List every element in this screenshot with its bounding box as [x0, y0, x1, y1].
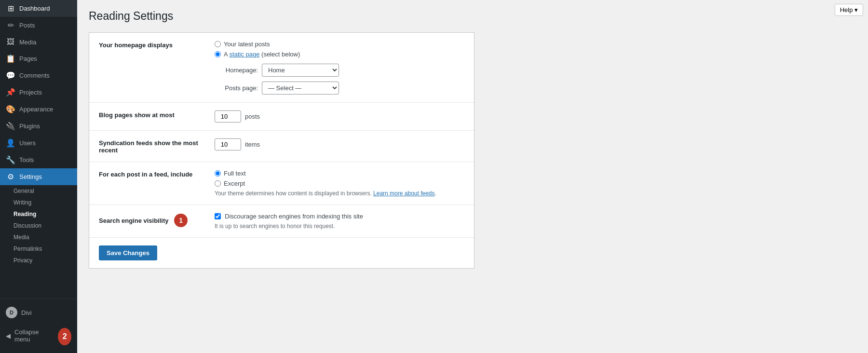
collapse-menu-button[interactable]: ◀ Collapse menu 2 [0, 322, 77, 349]
sidebar-label-appearance: Appearance [19, 106, 53, 113]
sidebar-item-comments[interactable]: 💬 Comments [0, 67, 77, 84]
blog-pages-suffix: posts [245, 113, 260, 120]
radio-fulltext-input[interactable] [215, 170, 221, 176]
help-button[interactable]: Help ▾ [835, 4, 863, 16]
annotation-circle-1: 1 [174, 214, 188, 227]
feed-link[interactable]: Learn more about feeds [373, 190, 434, 197]
sidebar-item-dashboard[interactable]: ⊞ Dashboard [0, 0, 77, 17]
sidebar-item-settings[interactable]: ⚙ Settings [0, 168, 77, 185]
radio-latest-label: Your latest posts [224, 41, 270, 48]
submenu-permalinks[interactable]: Permalinks [0, 243, 77, 255]
sidebar-item-divi[interactable]: D Divi [0, 303, 77, 322]
radio-latest-input[interactable] [215, 41, 221, 47]
submenu-writing[interactable]: Writing [0, 197, 77, 208]
blog-pages-number-row: posts [215, 110, 464, 122]
sidebar-label-tools: Tools [19, 156, 34, 163]
submenu-privacy[interactable]: Privacy [0, 255, 77, 266]
divi-label: Divi [21, 309, 32, 316]
comments-icon: 💬 [6, 71, 15, 80]
blog-pages-input[interactable] [215, 110, 241, 122]
save-row: Save Changes [89, 238, 474, 268]
tools-icon: 🔧 [6, 155, 15, 164]
sidebar-item-projects[interactable]: 📌 Projects [0, 84, 77, 101]
static-page-options: Homepage: Home Posts page: — Select — [215, 64, 464, 95]
homepage-select-row: Homepage: Home [215, 64, 464, 77]
annotation-circle-2: 2 [58, 328, 71, 345]
search-checkbox-label[interactable]: Discourage search engines from indexing … [225, 213, 363, 220]
search-visibility-checkbox[interactable] [215, 213, 221, 219]
radio-fulltext[interactable]: Full text [215, 170, 464, 177]
feed-description: Your theme determines how content is dis… [215, 190, 464, 197]
pages-icon: 📋 [6, 54, 15, 63]
static-page-link[interactable]: static page [230, 51, 260, 58]
sidebar-label-plugins: Plugins [19, 122, 40, 130]
search-visibility-row: Search engine visibility 1 Discourage se… [89, 205, 474, 238]
radio-static-input[interactable] [215, 51, 221, 57]
sidebar-label-dashboard: Dashboard [19, 5, 50, 12]
blog-pages-row: Blog pages show at most posts [89, 103, 474, 131]
main-content: Reading Settings Your homepage displays … [77, 0, 868, 353]
sidebar-item-users[interactable]: 👤 Users [0, 135, 77, 151]
radio-fulltext-label: Full text [224, 170, 246, 177]
sidebar-label-projects: Projects [19, 89, 42, 96]
posts-page-field-label: Posts page: [215, 84, 258, 92]
sidebar-label-users: Users [19, 139, 36, 147]
radio-latest-posts[interactable]: Your latest posts [215, 41, 464, 48]
blog-pages-field: posts [215, 110, 464, 122]
homepage-display-label: Your homepage displays [99, 41, 205, 49]
syndication-number-row: items [215, 138, 464, 150]
sidebar-item-tools[interactable]: 🔧 Tools [0, 151, 77, 168]
homepage-display-row: Your homepage displays Your latest posts… [89, 33, 474, 103]
radio-static-label: A static page (select below) [224, 51, 300, 58]
settings-icon: ⚙ [6, 172, 15, 181]
radio-excerpt-input[interactable] [215, 180, 221, 187]
posts-page-select[interactable]: — Select — [262, 81, 339, 95]
homepage-display-field: Your latest posts A static page (select … [215, 41, 464, 95]
radio-static-page[interactable]: A static page (select below) [215, 51, 464, 58]
sidebar-label-pages: Pages [19, 55, 37, 62]
feed-radio-group: Full text Excerpt [215, 170, 464, 187]
feed-include-field: Full text Excerpt Your theme determines … [215, 170, 464, 197]
feed-include-label: For each post in a feed, include [99, 170, 205, 178]
blog-pages-label: Blog pages show at most [99, 110, 205, 119]
syndication-suffix: items [245, 141, 260, 148]
syndication-label: Syndication feeds show the most recent [99, 138, 205, 154]
sidebar-item-pages[interactable]: 📋 Pages [0, 50, 77, 67]
posts-page-select-row: Posts page: — Select — [215, 81, 464, 95]
feed-include-row: For each post in a feed, include Full te… [89, 162, 474, 205]
homepage-field-label: Homepage: [215, 67, 258, 74]
syndication-input[interactable] [215, 138, 241, 150]
submenu-media[interactable]: Media [0, 231, 77, 243]
search-visibility-field: Discourage search engines from indexing … [215, 213, 464, 230]
radio-excerpt-label: Excerpt [224, 180, 245, 187]
sidebar-item-plugins[interactable]: 🔌 Plugins [0, 118, 77, 135]
sidebar-item-appearance[interactable]: 🎨 Appearance [0, 101, 77, 118]
help-label: Help ▾ [840, 6, 858, 14]
radio-excerpt[interactable]: Excerpt [215, 180, 464, 187]
sidebar-item-media[interactable]: 🖼 Media [0, 34, 77, 50]
search-visibility-label: Search engine visibility 1 [99, 213, 205, 227]
divi-icon: D [6, 307, 17, 318]
submenu-reading[interactable]: Reading [0, 208, 77, 220]
sidebar-label-comments: Comments [19, 72, 50, 79]
homepage-select[interactable]: Home [262, 64, 339, 77]
settings-form: Your homepage displays Your latest posts… [89, 32, 475, 269]
submenu-general[interactable]: General [0, 185, 77, 197]
plugins-icon: 🔌 [6, 122, 15, 131]
sidebar: ⊞ Dashboard ✏ Posts 🖼 Media 📋 Pages 💬 Co… [0, 0, 77, 353]
page-title: Reading Settings [89, 10, 856, 23]
submenu-discussion[interactable]: Discussion [0, 220, 77, 231]
media-icon: 🖼 [6, 38, 15, 46]
users-icon: 👤 [6, 138, 15, 148]
collapse-icon: ◀ [6, 332, 11, 339]
sidebar-label-posts: Posts [19, 22, 35, 29]
appearance-icon: 🎨 [6, 105, 15, 114]
sidebar-label-settings: Settings [19, 173, 42, 180]
search-note: It is up to search engines to honor this… [215, 223, 464, 230]
homepage-radio-group: Your latest posts A static page (select … [215, 41, 464, 58]
syndication-row: Syndication feeds show the most recent i… [89, 131, 474, 162]
search-checkbox-row: Discourage search engines from indexing … [215, 213, 464, 220]
collapse-menu-label: Collapse menu [14, 328, 46, 343]
sidebar-item-posts[interactable]: ✏ Posts [0, 17, 77, 34]
save-button[interactable]: Save Changes [99, 245, 157, 260]
